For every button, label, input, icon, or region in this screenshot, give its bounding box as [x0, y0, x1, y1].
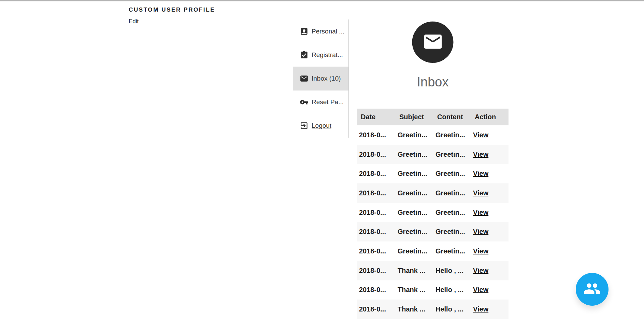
table-row: 2018-0... Greetin... Greetin... View	[357, 203, 509, 222]
widget-title: CUSTOM USER PROFILE	[129, 6, 215, 13]
tab-reset-password[interactable]: Reset Pa...	[293, 91, 348, 114]
cell-subject: Greetin...	[396, 164, 433, 183]
cell-subject: Thank ...	[396, 300, 433, 319]
table-row: 2018-0... Greetin... Greetin... View	[357, 183, 509, 203]
tab-registration[interactable]: Registrat...	[293, 43, 348, 67]
table-row: 2018-0... Greetin... Greetin... View	[357, 125, 509, 145]
cell-content: Greetin...	[433, 183, 471, 203]
cell-action: View	[471, 241, 509, 261]
cell-subject: Greetin...	[396, 183, 433, 203]
panel-title: Inbox	[357, 75, 509, 89]
cell-date: 2018-0...	[357, 222, 396, 241]
cell-action: View	[471, 125, 509, 145]
table-row: 2018-0... Thank ... Hello , ... View	[357, 300, 509, 319]
view-link[interactable]: View	[473, 170, 488, 177]
tab-reset-password-label: Reset Pa...	[312, 98, 344, 106]
profile-tab-menu: Personal ... Registrat... Inbox (10) Res…	[293, 19, 349, 138]
table-row: 2018-0... Greetin... Greetin... View	[357, 222, 509, 241]
people-icon	[583, 280, 601, 299]
cell-content: Hello , ...	[433, 280, 471, 300]
table-row: 2018-0... Thank ... Hello , ... View	[357, 280, 509, 300]
cell-content: Greetin...	[433, 164, 471, 183]
cell-date: 2018-0...	[357, 183, 396, 203]
cell-action: View	[471, 280, 509, 300]
key-icon	[300, 98, 309, 107]
cell-date: 2018-0...	[357, 203, 396, 222]
clipboard-check-icon	[300, 51, 309, 59]
cell-subject: Greetin...	[396, 145, 433, 164]
chat-widget-button[interactable]	[576, 273, 609, 306]
cell-subject: Greetin...	[396, 125, 433, 145]
cell-action: View	[471, 164, 509, 183]
cell-action: View	[471, 145, 509, 164]
cell-content: Hello , ...	[433, 261, 471, 280]
cell-action: View	[471, 183, 509, 203]
tab-inbox[interactable]: Inbox (10)	[293, 67, 348, 90]
top-divider-line	[0, 0, 644, 1]
cell-content: Greetin...	[433, 125, 471, 145]
table-row: 2018-0... Greetin... Greetin... View	[357, 164, 509, 183]
cell-date: 2018-0...	[357, 125, 396, 145]
table-row: 2018-0... Thank ... Hello , ... View	[357, 261, 509, 280]
view-link[interactable]: View	[473, 286, 488, 293]
logout-icon	[300, 121, 309, 130]
col-header-date: Date	[357, 109, 396, 125]
view-link[interactable]: View	[473, 247, 488, 255]
view-link[interactable]: View	[473, 131, 488, 139]
cell-content: Greetin...	[433, 222, 471, 241]
edit-link[interactable]: Edit	[129, 18, 139, 25]
widget-header: CUSTOM USER PROFILE Edit	[129, 6, 215, 25]
envelope-icon	[422, 31, 443, 54]
view-link[interactable]: View	[473, 228, 488, 235]
cell-content: Greetin...	[433, 145, 471, 164]
inbox-table-header-row: Date Subject Content Action	[357, 109, 509, 125]
envelope-icon	[300, 74, 309, 83]
tab-logout-label: Logout	[312, 122, 331, 129]
cell-date: 2018-0...	[357, 280, 396, 300]
tab-personal[interactable]: Personal ...	[293, 19, 348, 43]
col-header-action: Action	[471, 109, 509, 125]
table-row: 2018-0... Greetin... Greetin... View	[357, 241, 509, 261]
cell-content: Greetin...	[433, 203, 471, 222]
cell-action: View	[471, 203, 509, 222]
cell-action: View	[471, 222, 509, 241]
cell-subject: Thank ...	[396, 261, 433, 280]
cell-subject: Greetin...	[396, 203, 433, 222]
cell-date: 2018-0...	[357, 261, 396, 280]
view-link[interactable]: View	[473, 305, 488, 313]
inbox-table-body: 2018-0... Greetin... Greetin... View 201…	[357, 125, 509, 319]
tab-inbox-label: Inbox (10)	[312, 75, 341, 82]
inbox-table: Date Subject Content Action 2018-0... Gr…	[357, 109, 509, 319]
cell-subject: Thank ...	[396, 280, 433, 300]
tab-registration-label: Registrat...	[312, 51, 343, 59]
cell-action: View	[471, 300, 509, 319]
tab-logout[interactable]: Logout	[293, 114, 348, 138]
tab-personal-label: Personal ...	[312, 28, 344, 35]
table-row: 2018-0... Greetin... Greetin... View	[357, 145, 509, 164]
cell-subject: Greetin...	[396, 241, 433, 261]
cell-date: 2018-0...	[357, 300, 396, 319]
inbox-avatar-circle	[412, 22, 454, 63]
cell-date: 2018-0...	[357, 241, 396, 261]
view-link[interactable]: View	[473, 151, 488, 158]
cell-date: 2018-0...	[357, 145, 396, 164]
col-header-subject: Subject	[396, 109, 433, 125]
view-link[interactable]: View	[473, 209, 488, 216]
view-link[interactable]: View	[473, 267, 488, 274]
cell-content: Hello , ...	[433, 300, 471, 319]
account-box-icon	[300, 27, 309, 36]
cell-date: 2018-0...	[357, 164, 396, 183]
cell-content: Greetin...	[433, 241, 471, 261]
view-link[interactable]: View	[473, 189, 488, 197]
cell-action: View	[471, 261, 509, 280]
col-header-content: Content	[433, 109, 471, 125]
cell-subject: Greetin...	[396, 222, 433, 241]
